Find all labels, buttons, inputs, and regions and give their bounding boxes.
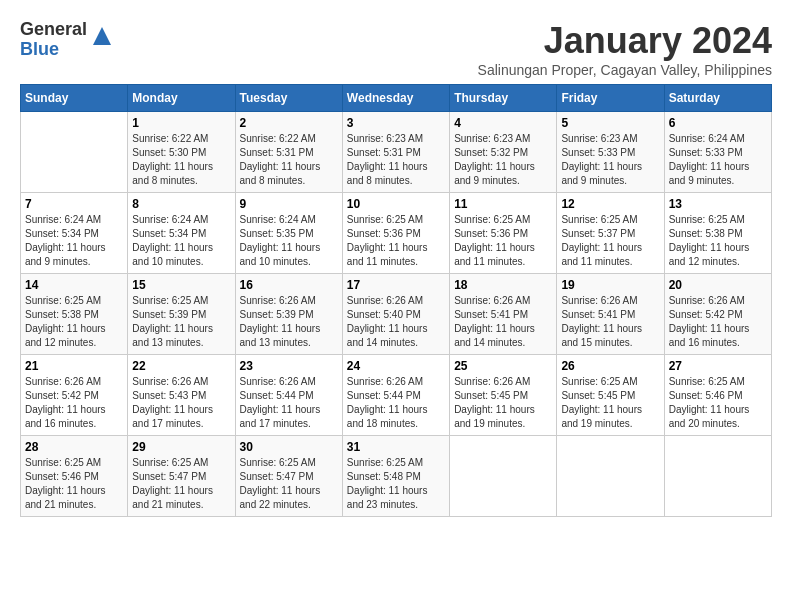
- day-number: 7: [25, 197, 123, 211]
- title-area: January 2024 Salinungan Proper, Cagayan …: [478, 20, 772, 78]
- weekday-header-sunday: Sunday: [21, 85, 128, 112]
- calendar-cell: 16Sunrise: 6:26 AMSunset: 5:39 PMDayligh…: [235, 274, 342, 355]
- day-info: Sunrise: 6:26 AMSunset: 5:44 PMDaylight:…: [347, 375, 445, 431]
- day-number: 13: [669, 197, 767, 211]
- day-info: Sunrise: 6:25 AMSunset: 5:36 PMDaylight:…: [454, 213, 552, 269]
- day-info: Sunrise: 6:24 AMSunset: 5:34 PMDaylight:…: [132, 213, 230, 269]
- svg-marker-0: [93, 27, 111, 45]
- weekday-header-monday: Monday: [128, 85, 235, 112]
- weekday-header-friday: Friday: [557, 85, 664, 112]
- calendar-cell: 3Sunrise: 6:23 AMSunset: 5:31 PMDaylight…: [342, 112, 449, 193]
- calendar-cell: 25Sunrise: 6:26 AMSunset: 5:45 PMDayligh…: [450, 355, 557, 436]
- calendar-cell: 29Sunrise: 6:25 AMSunset: 5:47 PMDayligh…: [128, 436, 235, 517]
- day-number: 1: [132, 116, 230, 130]
- calendar-week-1: 1Sunrise: 6:22 AMSunset: 5:30 PMDaylight…: [21, 112, 772, 193]
- calendar-cell: 9Sunrise: 6:24 AMSunset: 5:35 PMDaylight…: [235, 193, 342, 274]
- day-number: 10: [347, 197, 445, 211]
- weekday-header-thursday: Thursday: [450, 85, 557, 112]
- day-info: Sunrise: 6:26 AMSunset: 5:41 PMDaylight:…: [561, 294, 659, 350]
- day-number: 17: [347, 278, 445, 292]
- calendar-cell: 12Sunrise: 6:25 AMSunset: 5:37 PMDayligh…: [557, 193, 664, 274]
- day-info: Sunrise: 6:26 AMSunset: 5:41 PMDaylight:…: [454, 294, 552, 350]
- day-number: 16: [240, 278, 338, 292]
- day-number: 30: [240, 440, 338, 454]
- day-info: Sunrise: 6:26 AMSunset: 5:40 PMDaylight:…: [347, 294, 445, 350]
- calendar-cell: 28Sunrise: 6:25 AMSunset: 5:46 PMDayligh…: [21, 436, 128, 517]
- day-number: 12: [561, 197, 659, 211]
- calendar-cell: 11Sunrise: 6:25 AMSunset: 5:36 PMDayligh…: [450, 193, 557, 274]
- day-number: 3: [347, 116, 445, 130]
- day-info: Sunrise: 6:24 AMSunset: 5:33 PMDaylight:…: [669, 132, 767, 188]
- logo-icon: [91, 25, 113, 47]
- weekday-header-wednesday: Wednesday: [342, 85, 449, 112]
- day-info: Sunrise: 6:26 AMSunset: 5:45 PMDaylight:…: [454, 375, 552, 431]
- day-number: 14: [25, 278, 123, 292]
- day-info: Sunrise: 6:25 AMSunset: 5:39 PMDaylight:…: [132, 294, 230, 350]
- day-info: Sunrise: 6:26 AMSunset: 5:42 PMDaylight:…: [25, 375, 123, 431]
- day-number: 4: [454, 116, 552, 130]
- calendar-cell: [450, 436, 557, 517]
- day-info: Sunrise: 6:22 AMSunset: 5:30 PMDaylight:…: [132, 132, 230, 188]
- calendar-header: SundayMondayTuesdayWednesdayThursdayFrid…: [21, 85, 772, 112]
- calendar-week-2: 7Sunrise: 6:24 AMSunset: 5:34 PMDaylight…: [21, 193, 772, 274]
- calendar-cell: 15Sunrise: 6:25 AMSunset: 5:39 PMDayligh…: [128, 274, 235, 355]
- day-info: Sunrise: 6:25 AMSunset: 5:46 PMDaylight:…: [25, 456, 123, 512]
- day-info: Sunrise: 6:25 AMSunset: 5:46 PMDaylight:…: [669, 375, 767, 431]
- calendar-week-3: 14Sunrise: 6:25 AMSunset: 5:38 PMDayligh…: [21, 274, 772, 355]
- day-number: 23: [240, 359, 338, 373]
- calendar-cell: 27Sunrise: 6:25 AMSunset: 5:46 PMDayligh…: [664, 355, 771, 436]
- day-number: 25: [454, 359, 552, 373]
- day-number: 6: [669, 116, 767, 130]
- calendar-cell: 21Sunrise: 6:26 AMSunset: 5:42 PMDayligh…: [21, 355, 128, 436]
- page-header: General Blue January 2024 Salinungan Pro…: [20, 20, 772, 78]
- day-info: Sunrise: 6:23 AMSunset: 5:31 PMDaylight:…: [347, 132, 445, 188]
- day-number: 22: [132, 359, 230, 373]
- location-subtitle: Salinungan Proper, Cagayan Valley, Phili…: [478, 62, 772, 78]
- calendar-cell: 8Sunrise: 6:24 AMSunset: 5:34 PMDaylight…: [128, 193, 235, 274]
- day-info: Sunrise: 6:23 AMSunset: 5:33 PMDaylight:…: [561, 132, 659, 188]
- calendar-cell: 5Sunrise: 6:23 AMSunset: 5:33 PMDaylight…: [557, 112, 664, 193]
- day-number: 27: [669, 359, 767, 373]
- day-number: 5: [561, 116, 659, 130]
- day-number: 18: [454, 278, 552, 292]
- calendar-week-5: 28Sunrise: 6:25 AMSunset: 5:46 PMDayligh…: [21, 436, 772, 517]
- calendar-cell: 26Sunrise: 6:25 AMSunset: 5:45 PMDayligh…: [557, 355, 664, 436]
- calendar-cell: 10Sunrise: 6:25 AMSunset: 5:36 PMDayligh…: [342, 193, 449, 274]
- calendar-cell: 1Sunrise: 6:22 AMSunset: 5:30 PMDaylight…: [128, 112, 235, 193]
- calendar-cell: 24Sunrise: 6:26 AMSunset: 5:44 PMDayligh…: [342, 355, 449, 436]
- calendar-cell: 17Sunrise: 6:26 AMSunset: 5:40 PMDayligh…: [342, 274, 449, 355]
- calendar-cell: 19Sunrise: 6:26 AMSunset: 5:41 PMDayligh…: [557, 274, 664, 355]
- day-info: Sunrise: 6:25 AMSunset: 5:38 PMDaylight:…: [25, 294, 123, 350]
- calendar-cell: 20Sunrise: 6:26 AMSunset: 5:42 PMDayligh…: [664, 274, 771, 355]
- day-number: 20: [669, 278, 767, 292]
- day-info: Sunrise: 6:25 AMSunset: 5:47 PMDaylight:…: [132, 456, 230, 512]
- day-number: 31: [347, 440, 445, 454]
- day-info: Sunrise: 6:25 AMSunset: 5:38 PMDaylight:…: [669, 213, 767, 269]
- calendar-cell: [664, 436, 771, 517]
- calendar-cell: 6Sunrise: 6:24 AMSunset: 5:33 PMDaylight…: [664, 112, 771, 193]
- day-info: Sunrise: 6:24 AMSunset: 5:34 PMDaylight:…: [25, 213, 123, 269]
- day-number: 15: [132, 278, 230, 292]
- day-number: 9: [240, 197, 338, 211]
- day-number: 28: [25, 440, 123, 454]
- calendar-cell: [21, 112, 128, 193]
- calendar-cell: 22Sunrise: 6:26 AMSunset: 5:43 PMDayligh…: [128, 355, 235, 436]
- calendar-cell: 13Sunrise: 6:25 AMSunset: 5:38 PMDayligh…: [664, 193, 771, 274]
- weekday-header-saturday: Saturday: [664, 85, 771, 112]
- day-info: Sunrise: 6:24 AMSunset: 5:35 PMDaylight:…: [240, 213, 338, 269]
- calendar-cell: [557, 436, 664, 517]
- day-info: Sunrise: 6:22 AMSunset: 5:31 PMDaylight:…: [240, 132, 338, 188]
- calendar-week-4: 21Sunrise: 6:26 AMSunset: 5:42 PMDayligh…: [21, 355, 772, 436]
- logo: General Blue: [20, 20, 113, 60]
- day-number: 29: [132, 440, 230, 454]
- logo-text: General Blue: [20, 20, 87, 60]
- day-info: Sunrise: 6:26 AMSunset: 5:43 PMDaylight:…: [132, 375, 230, 431]
- calendar-cell: 4Sunrise: 6:23 AMSunset: 5:32 PMDaylight…: [450, 112, 557, 193]
- day-info: Sunrise: 6:26 AMSunset: 5:39 PMDaylight:…: [240, 294, 338, 350]
- day-info: Sunrise: 6:23 AMSunset: 5:32 PMDaylight:…: [454, 132, 552, 188]
- month-title: January 2024: [478, 20, 772, 62]
- day-info: Sunrise: 6:25 AMSunset: 5:36 PMDaylight:…: [347, 213, 445, 269]
- calendar-table: SundayMondayTuesdayWednesdayThursdayFrid…: [20, 84, 772, 517]
- day-number: 26: [561, 359, 659, 373]
- calendar-cell: 2Sunrise: 6:22 AMSunset: 5:31 PMDaylight…: [235, 112, 342, 193]
